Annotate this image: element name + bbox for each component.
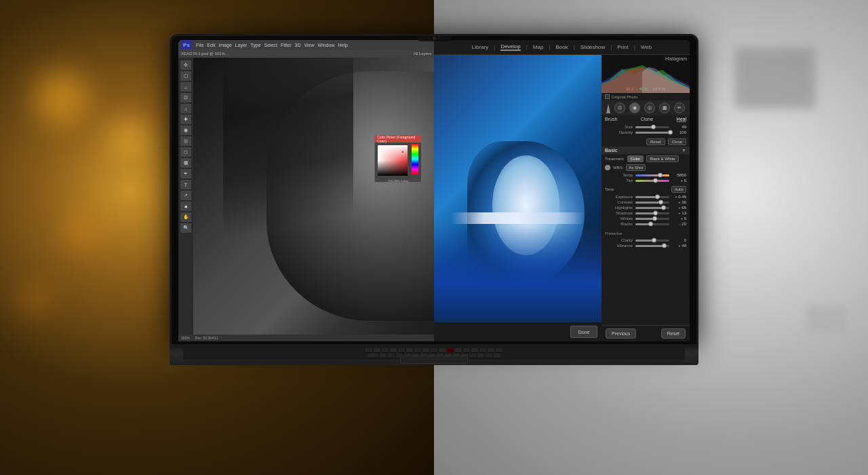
kb-key[interactable] [494, 354, 500, 358]
lr-clarity-track[interactable] [635, 240, 669, 242]
lr-close-spot-button[interactable]: Close [668, 138, 686, 145]
lr-tint-thumb[interactable] [653, 178, 658, 183]
lr-shadows-thumb[interactable] [653, 211, 658, 216]
kb-key[interactable] [431, 348, 437, 353]
lr-shadows-track[interactable] [635, 212, 669, 214]
lr-reset-button[interactable]: Reset [661, 328, 686, 339]
lr-nav-print[interactable]: Print [617, 44, 628, 50]
lr-nav-map[interactable]: Map [533, 44, 544, 50]
kb-key[interactable] [388, 354, 395, 358]
kb-key[interactable] [366, 348, 372, 353]
web-colors-label[interactable]: Only Web Colors [375, 178, 421, 183]
ps-tool-marquee[interactable]: ▢ [180, 71, 191, 81]
lr-nav-slideshow[interactable]: Slideshow [580, 44, 605, 50]
ps-menu-layer[interactable]: Layer [235, 43, 248, 48]
lr-exposure-thumb[interactable] [655, 195, 660, 200]
kb-key[interactable] [382, 348, 389, 353]
ps-menu-type[interactable]: Type [250, 43, 260, 48]
kb-key[interactable] [414, 348, 421, 353]
lr-tint-track[interactable] [635, 180, 669, 182]
lr-color-btn[interactable]: Color [627, 155, 644, 162]
kb-trackpoint[interactable] [447, 348, 454, 353]
lr-bw-btn[interactable]: Black & White [646, 155, 678, 162]
kb-key[interactable] [479, 348, 486, 353]
lr-done-button[interactable]: Done [570, 326, 597, 338]
ps-tool-shape[interactable]: ■ [180, 202, 191, 211]
lr-temp-thumb[interactable] [658, 173, 663, 178]
ps-menu-window[interactable]: Window [318, 43, 335, 48]
kb-key[interactable] [455, 348, 462, 353]
lr-tool-spot-btn[interactable]: ◉ [629, 102, 640, 113]
ps-tool-eyedropper[interactable]: ⌂ [180, 104, 191, 113]
lr-vibrance-thumb[interactable] [662, 244, 667, 248]
lr-clone-label[interactable]: Clone [641, 117, 653, 122]
kb-key[interactable] [439, 348, 446, 353]
ps-tool-crop[interactable]: ⊡ [180, 93, 191, 102]
lr-highlights-thumb[interactable] [661, 206, 666, 210]
ps-tool-eraser[interactable]: ◻ [180, 147, 191, 157]
ps-menu-filter[interactable]: Filter [281, 43, 292, 48]
lr-nav-develop[interactable]: Develop [500, 43, 520, 51]
lr-heal-label[interactable]: Heal [677, 117, 686, 122]
kb-key[interactable] [374, 348, 380, 353]
lr-basic-header[interactable]: Basic ▼ [601, 147, 690, 154]
ps-tool-text[interactable]: T [180, 180, 191, 189]
ps-menu-image[interactable]: Image [218, 43, 231, 48]
lr-wb-dropdown[interactable]: As Shot [626, 164, 646, 171]
ps-menu-select[interactable]: Select [264, 43, 277, 48]
kb-key[interactable] [406, 348, 413, 353]
lr-size-thumb[interactable] [651, 125, 656, 130]
lr-clarity-thumb[interactable] [652, 238, 656, 243]
kb-key-wide[interactable] [368, 354, 378, 358]
lr-temp-track[interactable] [635, 174, 669, 176]
original-photo-checkbox[interactable] [605, 94, 610, 99]
ps-tool-lasso[interactable]: ⌕ [180, 82, 191, 92]
lr-opacity-thumb[interactable] [668, 130, 673, 135]
ps-tool-hand[interactable]: ✋ [180, 212, 191, 222]
color-gradient[interactable] [378, 145, 408, 176]
kb-key[interactable] [488, 348, 494, 353]
ps-menu-help[interactable]: Help [338, 43, 347, 48]
lr-tool-crop-btn[interactable]: ⊡ [614, 102, 625, 113]
hue-slider[interactable] [412, 144, 418, 174]
ps-tool-pen[interactable]: ✒ [180, 169, 191, 178]
ps-tool-stamp[interactable]: ◎ [180, 136, 191, 146]
ps-tool-gradient[interactable]: ▦ [180, 158, 191, 168]
lr-tone-auto-btn[interactable]: Auto [671, 186, 686, 193]
lr-exposure-track[interactable] [635, 196, 669, 198]
ps-tool-zoom[interactable]: 🔍 [180, 223, 191, 233]
lr-reset-spot-button[interactable]: Reset [646, 138, 665, 145]
ps-menu-file[interactable]: File [196, 43, 203, 48]
ps-tool-path[interactable]: ↗ [180, 191, 191, 200]
kb-key[interactable] [463, 348, 470, 353]
ps-tool-heal[interactable]: ✚ [180, 115, 191, 124]
ps-tool-move[interactable]: ✣ [180, 60, 191, 70]
kb-key[interactable] [380, 354, 387, 358]
kb-key[interactable] [422, 348, 429, 353]
ps-menu-view[interactable]: View [304, 43, 315, 48]
lr-vibrance-track[interactable] [635, 245, 669, 247]
lr-size-track[interactable] [635, 126, 669, 128]
lr-contrast-thumb[interactable] [658, 200, 663, 205]
lr-previous-button[interactable]: Previous [606, 328, 636, 339]
lr-whites-track[interactable] [635, 218, 669, 220]
lr-highlights-track[interactable] [635, 207, 669, 209]
lr-contrast-track[interactable] [635, 202, 669, 204]
kb-key[interactable] [496, 348, 502, 353]
kb-key[interactable] [477, 354, 484, 358]
lr-tool-redeye-btn[interactable]: ◎ [644, 102, 655, 113]
trackpad[interactable] [400, 356, 468, 364]
lr-opacity-track[interactable] [635, 132, 669, 134]
ps-menu-3d[interactable]: 3D [295, 43, 301, 48]
kb-key[interactable] [469, 354, 476, 358]
lr-tool-gradient-btn[interactable]: ▦ [659, 102, 670, 113]
lr-blacks-thumb[interactable] [648, 222, 653, 227]
lr-blacks-track[interactable] [635, 223, 669, 225]
kb-key[interactable] [486, 354, 492, 358]
lr-whites-thumb[interactable] [652, 216, 657, 221]
lr-nav-book[interactable]: Book [555, 44, 568, 50]
lr-nav-library[interactable]: Library [472, 44, 488, 50]
lr-nav-web[interactable]: Web [641, 44, 652, 50]
lr-tool-brush-btn[interactable]: ✏ [674, 102, 685, 113]
ps-tool-brush[interactable]: ◉ [180, 126, 191, 135]
